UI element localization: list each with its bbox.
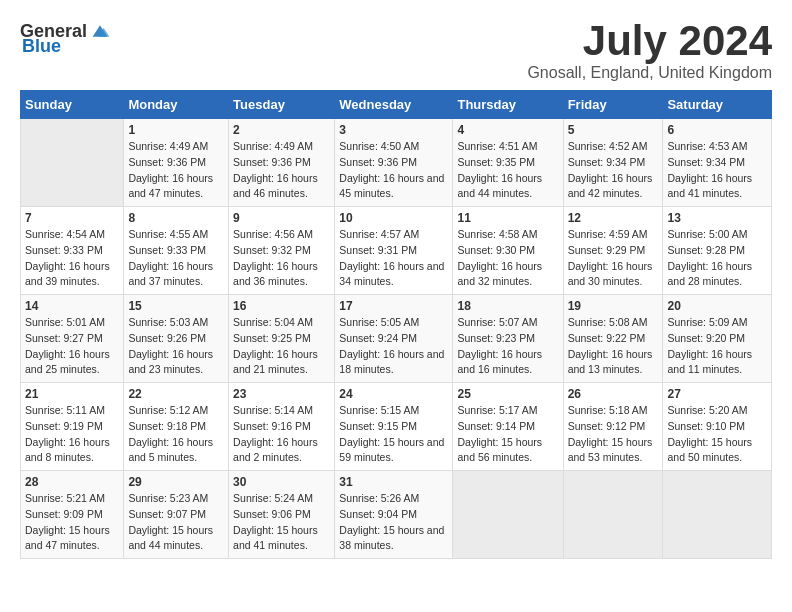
day-number: 4: [457, 123, 558, 137]
day-number: 25: [457, 387, 558, 401]
day-number: 2: [233, 123, 330, 137]
day-info: Sunrise: 5:05 AMSunset: 9:24 PMDaylight:…: [339, 315, 448, 378]
day-number: 15: [128, 299, 224, 313]
calendar-day-cell: 23Sunrise: 5:14 AMSunset: 9:16 PMDayligh…: [229, 383, 335, 471]
calendar-day-cell: 5Sunrise: 4:52 AMSunset: 9:34 PMDaylight…: [563, 119, 663, 207]
day-info: Sunrise: 4:59 AMSunset: 9:29 PMDaylight:…: [568, 227, 659, 290]
calendar-day-cell: 21Sunrise: 5:11 AMSunset: 9:19 PMDayligh…: [21, 383, 124, 471]
day-number: 13: [667, 211, 767, 225]
day-info: Sunrise: 5:07 AMSunset: 9:23 PMDaylight:…: [457, 315, 558, 378]
day-info: Sunrise: 5:26 AMSunset: 9:04 PMDaylight:…: [339, 491, 448, 554]
day-number: 23: [233, 387, 330, 401]
calendar-week-row: 7Sunrise: 4:54 AMSunset: 9:33 PMDaylight…: [21, 207, 772, 295]
day-info: Sunrise: 4:51 AMSunset: 9:35 PMDaylight:…: [457, 139, 558, 202]
day-info: Sunrise: 5:01 AMSunset: 9:27 PMDaylight:…: [25, 315, 119, 378]
day-number: 27: [667, 387, 767, 401]
day-of-week-header: Monday: [124, 91, 229, 119]
day-number: 24: [339, 387, 448, 401]
calendar-day-cell: 9Sunrise: 4:56 AMSunset: 9:32 PMDaylight…: [229, 207, 335, 295]
calendar-day-cell: 30Sunrise: 5:24 AMSunset: 9:06 PMDayligh…: [229, 471, 335, 559]
day-number: 26: [568, 387, 659, 401]
calendar-day-cell: 1Sunrise: 4:49 AMSunset: 9:36 PMDaylight…: [124, 119, 229, 207]
day-info: Sunrise: 5:12 AMSunset: 9:18 PMDaylight:…: [128, 403, 224, 466]
day-number: 1: [128, 123, 224, 137]
day-info: Sunrise: 5:03 AMSunset: 9:26 PMDaylight:…: [128, 315, 224, 378]
day-number: 3: [339, 123, 448, 137]
calendar-day-cell: [21, 119, 124, 207]
calendar-day-cell: 6Sunrise: 4:53 AMSunset: 9:34 PMDaylight…: [663, 119, 772, 207]
day-number: 21: [25, 387, 119, 401]
day-info: Sunrise: 4:53 AMSunset: 9:34 PMDaylight:…: [667, 139, 767, 202]
calendar-day-cell: 3Sunrise: 4:50 AMSunset: 9:36 PMDaylight…: [335, 119, 453, 207]
calendar-day-cell: 15Sunrise: 5:03 AMSunset: 9:26 PMDayligh…: [124, 295, 229, 383]
day-info: Sunrise: 5:15 AMSunset: 9:15 PMDaylight:…: [339, 403, 448, 466]
calendar-day-cell: 17Sunrise: 5:05 AMSunset: 9:24 PMDayligh…: [335, 295, 453, 383]
page-header: General Blue July 2024 Gnosall, England,…: [20, 20, 772, 82]
calendar-day-cell: 12Sunrise: 4:59 AMSunset: 9:29 PMDayligh…: [563, 207, 663, 295]
calendar-day-cell: 20Sunrise: 5:09 AMSunset: 9:20 PMDayligh…: [663, 295, 772, 383]
day-number: 7: [25, 211, 119, 225]
day-number: 28: [25, 475, 119, 489]
day-info: Sunrise: 4:49 AMSunset: 9:36 PMDaylight:…: [128, 139, 224, 202]
calendar-day-cell: 31Sunrise: 5:26 AMSunset: 9:04 PMDayligh…: [335, 471, 453, 559]
calendar-week-row: 21Sunrise: 5:11 AMSunset: 9:19 PMDayligh…: [21, 383, 772, 471]
day-info: Sunrise: 4:49 AMSunset: 9:36 PMDaylight:…: [233, 139, 330, 202]
calendar-day-cell: 22Sunrise: 5:12 AMSunset: 9:18 PMDayligh…: [124, 383, 229, 471]
calendar-day-cell: 16Sunrise: 5:04 AMSunset: 9:25 PMDayligh…: [229, 295, 335, 383]
day-number: 31: [339, 475, 448, 489]
day-number: 12: [568, 211, 659, 225]
day-number: 6: [667, 123, 767, 137]
day-number: 9: [233, 211, 330, 225]
calendar-day-cell: 28Sunrise: 5:21 AMSunset: 9:09 PMDayligh…: [21, 471, 124, 559]
day-of-week-header: Saturday: [663, 91, 772, 119]
day-number: 30: [233, 475, 330, 489]
day-number: 11: [457, 211, 558, 225]
day-of-week-header: Tuesday: [229, 91, 335, 119]
location: Gnosall, England, United Kingdom: [527, 64, 772, 82]
calendar-day-cell: 19Sunrise: 5:08 AMSunset: 9:22 PMDayligh…: [563, 295, 663, 383]
calendar-day-cell: 11Sunrise: 4:58 AMSunset: 9:30 PMDayligh…: [453, 207, 563, 295]
day-info: Sunrise: 5:24 AMSunset: 9:06 PMDaylight:…: [233, 491, 330, 554]
day-info: Sunrise: 5:04 AMSunset: 9:25 PMDaylight:…: [233, 315, 330, 378]
calendar-header-row: SundayMondayTuesdayWednesdayThursdayFrid…: [21, 91, 772, 119]
calendar-day-cell: 2Sunrise: 4:49 AMSunset: 9:36 PMDaylight…: [229, 119, 335, 207]
logo-icon: [89, 20, 111, 42]
day-info: Sunrise: 4:58 AMSunset: 9:30 PMDaylight:…: [457, 227, 558, 290]
day-of-week-header: Thursday: [453, 91, 563, 119]
day-info: Sunrise: 5:11 AMSunset: 9:19 PMDaylight:…: [25, 403, 119, 466]
calendar-day-cell: 26Sunrise: 5:18 AMSunset: 9:12 PMDayligh…: [563, 383, 663, 471]
day-info: Sunrise: 5:23 AMSunset: 9:07 PMDaylight:…: [128, 491, 224, 554]
day-of-week-header: Friday: [563, 91, 663, 119]
day-info: Sunrise: 5:17 AMSunset: 9:14 PMDaylight:…: [457, 403, 558, 466]
day-info: Sunrise: 5:08 AMSunset: 9:22 PMDaylight:…: [568, 315, 659, 378]
day-number: 22: [128, 387, 224, 401]
day-info: Sunrise: 4:57 AMSunset: 9:31 PMDaylight:…: [339, 227, 448, 290]
calendar-week-row: 14Sunrise: 5:01 AMSunset: 9:27 PMDayligh…: [21, 295, 772, 383]
day-info: Sunrise: 5:00 AMSunset: 9:28 PMDaylight:…: [667, 227, 767, 290]
calendar-day-cell: 14Sunrise: 5:01 AMSunset: 9:27 PMDayligh…: [21, 295, 124, 383]
day-info: Sunrise: 5:21 AMSunset: 9:09 PMDaylight:…: [25, 491, 119, 554]
day-number: 20: [667, 299, 767, 313]
calendar-day-cell: 25Sunrise: 5:17 AMSunset: 9:14 PMDayligh…: [453, 383, 563, 471]
calendar-day-cell: 24Sunrise: 5:15 AMSunset: 9:15 PMDayligh…: [335, 383, 453, 471]
calendar-table: SundayMondayTuesdayWednesdayThursdayFrid…: [20, 90, 772, 559]
day-number: 8: [128, 211, 224, 225]
day-of-week-header: Sunday: [21, 91, 124, 119]
day-of-week-header: Wednesday: [335, 91, 453, 119]
day-info: Sunrise: 4:50 AMSunset: 9:36 PMDaylight:…: [339, 139, 448, 202]
calendar-day-cell: 18Sunrise: 5:07 AMSunset: 9:23 PMDayligh…: [453, 295, 563, 383]
calendar-week-row: 1Sunrise: 4:49 AMSunset: 9:36 PMDaylight…: [21, 119, 772, 207]
day-info: Sunrise: 4:55 AMSunset: 9:33 PMDaylight:…: [128, 227, 224, 290]
day-info: Sunrise: 5:14 AMSunset: 9:16 PMDaylight:…: [233, 403, 330, 466]
day-info: Sunrise: 4:56 AMSunset: 9:32 PMDaylight:…: [233, 227, 330, 290]
calendar-day-cell: 29Sunrise: 5:23 AMSunset: 9:07 PMDayligh…: [124, 471, 229, 559]
day-number: 17: [339, 299, 448, 313]
calendar-day-cell: [453, 471, 563, 559]
calendar-week-row: 28Sunrise: 5:21 AMSunset: 9:09 PMDayligh…: [21, 471, 772, 559]
calendar-day-cell: 10Sunrise: 4:57 AMSunset: 9:31 PMDayligh…: [335, 207, 453, 295]
calendar-day-cell: [563, 471, 663, 559]
day-number: 16: [233, 299, 330, 313]
day-info: Sunrise: 5:09 AMSunset: 9:20 PMDaylight:…: [667, 315, 767, 378]
day-info: Sunrise: 4:52 AMSunset: 9:34 PMDaylight:…: [568, 139, 659, 202]
day-number: 5: [568, 123, 659, 137]
